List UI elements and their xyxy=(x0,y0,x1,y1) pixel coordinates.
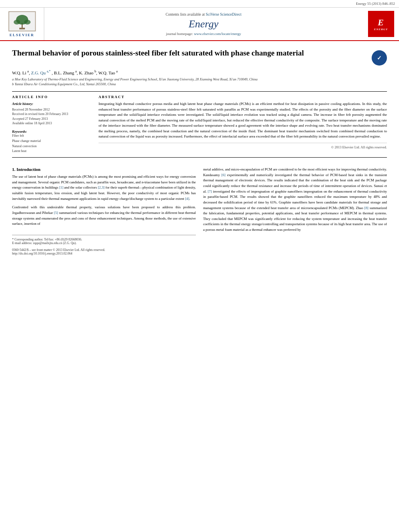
title-section: Thermal behavior of porous stainless-ste… xyxy=(12,48,387,66)
intro-para1: The use of latent heat of phase change m… xyxy=(12,174,196,201)
footnote-section: * Corresponding author. Tel/fax: +86 (0)… xyxy=(12,235,196,255)
intro-title: Introduction xyxy=(16,167,41,172)
abstract-heading: ABSTRACT xyxy=(99,95,387,99)
journal-citation-banner: Energy 55 (2013) 846–852 xyxy=(0,0,399,8)
crossmark-icon: ✓ xyxy=(377,55,382,61)
author-zg-qu[interactable]: Z.G. Qu a,* xyxy=(31,70,51,75)
intro-number: 1. xyxy=(12,167,15,172)
article-info-col: ARTICLE INFO Article history: Received 2… xyxy=(12,95,90,154)
journal-citation: Energy 55 (2013) 846–852 xyxy=(356,2,395,6)
keywords-section: Keywords: Fiber felt Phase change materi… xyxy=(12,129,90,154)
sciverse-text: Contents lists available at xyxy=(166,12,206,16)
ref-4[interactable]: [4] xyxy=(185,197,189,201)
sciverse-link[interactable]: SciVerse ScienceDirect xyxy=(206,12,241,16)
right-para1: metal additive, and micro-encapsulation … xyxy=(203,167,387,233)
accepted-date: Accepted 27 February 2013 xyxy=(12,117,90,121)
ref-7[interactable]: [7] xyxy=(208,189,212,193)
issn-text: 0360-5442/$ – see front matter © 2013 El… xyxy=(12,248,196,252)
keyword-3: Natural convection xyxy=(12,144,90,149)
affiliation-a: a Moe Key Laboratory of Thermo-Fluid Sci… xyxy=(12,77,387,82)
middle-divider xyxy=(12,157,387,158)
ref-8[interactable]: [8] xyxy=(364,206,368,210)
doi-line: http://dx.doi.org/10.1016/j.energy.2013.… xyxy=(12,252,196,255)
svg-point-5 xyxy=(24,20,31,25)
received-date: Received 28 November 2012 xyxy=(12,107,90,112)
footnote-email: E-mail address: zqqu@mailxjtu.edu.cn (Z.… xyxy=(12,241,196,245)
author-wq-li: W.Q. Li a, xyxy=(12,70,31,75)
issn-line: 0360-5442/$ – see front matter © 2013 El… xyxy=(12,248,196,255)
elsevier-logo: ELSEVIER xyxy=(8,11,36,37)
sciverse-line: Contents lists available at SciVerse Sci… xyxy=(166,12,242,16)
article-info-heading: ARTICLE INFO xyxy=(12,95,90,99)
ref-1[interactable]: [1] xyxy=(59,185,63,189)
body-left-col: 1. Introduction The use of latent heat o… xyxy=(12,167,196,255)
homepage-link[interactable]: www.elsevier.com/locate/energy xyxy=(194,32,241,36)
available-date: Available online 18 April 2013 xyxy=(12,121,90,125)
svg-rect-6 xyxy=(19,28,25,29)
author-bl-zhang: B.L. Zhang a, xyxy=(54,70,79,75)
elsevier-logo-area: ELSEVIER xyxy=(0,8,44,40)
email-label: E-mail address: xyxy=(12,241,33,245)
article-title: Thermal behavior of porous stainless-ste… xyxy=(12,48,366,58)
article-container: Thermal behavior of porous stainless-ste… xyxy=(0,41,399,263)
ref-5[interactable]: [5] xyxy=(54,211,58,215)
email-name: (Z.G. Qu). xyxy=(63,241,77,245)
keyword-1: Fiber felt xyxy=(12,134,90,139)
footnote-corresponding: * Corresponding author. Tel/fax: +86 (0)… xyxy=(12,238,196,241)
authors-line: W.Q. Li a, Z.G. Qu a,* , B.L. Zhang a, K… xyxy=(12,70,387,75)
history-label: Article history: xyxy=(12,101,90,107)
journal-title-area: Contents lists available at SciVerse Sci… xyxy=(44,8,363,40)
crossmark-badge: ✓ xyxy=(372,50,387,66)
homepage-text: journal homepage: xyxy=(166,32,194,36)
energy-logo-letter: E xyxy=(378,17,384,28)
ref-6[interactable]: [6] xyxy=(221,173,225,177)
email-link[interactable]: zqqu@mailxjtu.edu.cn xyxy=(33,241,62,245)
energy-logo-box: E ENERGY xyxy=(368,11,394,37)
keywords-label: Keywords: xyxy=(12,129,90,134)
ref-2-3[interactable]: [2,3] xyxy=(98,185,105,189)
body-right-col: metal additive, and micro-encapsulation … xyxy=(203,167,387,255)
revised-date: Received in revised form 20 February 201… xyxy=(12,112,90,116)
top-divider xyxy=(12,91,387,92)
svg-point-4 xyxy=(14,20,20,25)
affiliation-b: b Yantai Ebara Air Conditioning Equipmen… xyxy=(12,82,387,87)
main-body: 1. Introduction The use of latent heat o… xyxy=(12,161,387,255)
elsevier-label: ELSEVIER xyxy=(10,33,35,37)
keyword-2: Phase change material xyxy=(12,139,90,144)
journal-homepage: journal homepage: www.elsevier.com/locat… xyxy=(166,32,241,36)
elsevier-logo-svg xyxy=(8,11,36,32)
copyright-line: © 2013 Elsevier Ltd. All rights reserved… xyxy=(99,143,387,149)
abstract-text: Integrating high thermal conductive poro… xyxy=(99,101,387,140)
info-abstract-section: ARTICLE INFO Article history: Received 2… xyxy=(12,95,387,154)
keywords-list: Fiber felt Phase change material Natural… xyxy=(12,134,90,154)
intro-para2: Confronted with this undesirable thermal… xyxy=(12,205,196,227)
affiliations: a Moe Key Laboratory of Thermo-Fluid Sci… xyxy=(12,77,387,87)
energy-logo-label: ENERGY xyxy=(374,28,388,31)
journal-name: Energy xyxy=(189,18,218,30)
author-k-zhao: K. Zhao b, xyxy=(79,70,98,75)
intro-heading: 1. Introduction xyxy=(12,167,196,172)
author-wq-tao: W.Q. Tao a xyxy=(98,70,117,75)
doi-link[interactable]: http://dx.doi.org/10.1016/j.energy.2013.… xyxy=(12,252,72,255)
article-info-box: Article history: Received 28 November 20… xyxy=(12,101,90,125)
energy-logo-area: E ENERGY xyxy=(363,8,399,40)
abstract-col: ABSTRACT Integrating high thermal conduc… xyxy=(99,95,387,154)
journal-header: ELSEVIER Contents lists available at Sci… xyxy=(0,8,399,41)
keyword-4: Latent heat xyxy=(12,149,90,154)
